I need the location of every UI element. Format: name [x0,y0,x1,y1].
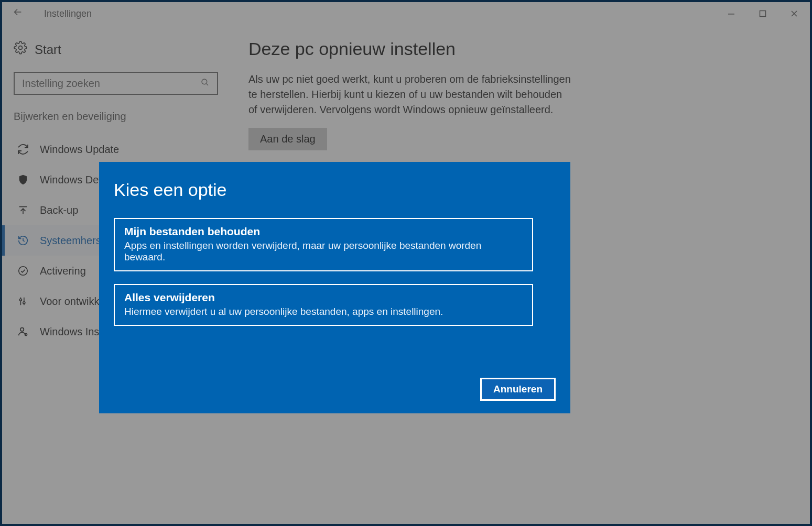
reset-dialog: Kies een optie Mijn bestanden behouden A… [99,162,570,413]
option-description: Apps en instellingen worden verwijderd, … [124,240,523,263]
option-title: Alles verwijderen [124,291,523,304]
option-description: Hiermee verwijdert u al uw persoonlijke … [124,306,523,317]
dialog-footer: Annuleren [480,378,556,401]
dialog-title: Kies een optie [114,180,556,200]
cancel-button[interactable]: Annuleren [480,378,556,401]
settings-window: Instellingen Start Instelling zoeken [2,2,810,524]
option-title: Mijn bestanden behouden [124,225,523,238]
option-remove-all[interactable]: Alles verwijderen Hiermee verwijdert u a… [114,284,533,326]
option-keep-files[interactable]: Mijn bestanden behouden Apps en instelli… [114,218,533,271]
